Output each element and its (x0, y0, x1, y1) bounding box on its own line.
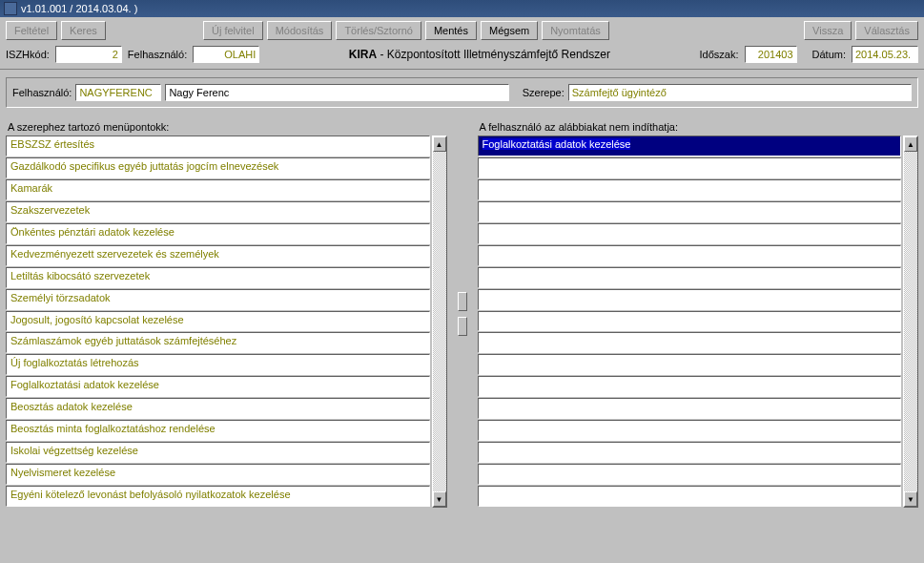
window-titlebar: v1.01.001 / 2014.03.04. ) (0, 0, 924, 17)
list-item[interactable]: Szakszervezetek (6, 201, 430, 222)
right-list-title: A felhasználó az alábbiakat nem indíthat… (480, 121, 919, 133)
felhasznalo-label: Felhasználó: (128, 49, 187, 60)
datum-input[interactable] (852, 46, 918, 63)
idoszak-label: Időszak: (700, 49, 739, 60)
scroll-track[interactable] (904, 152, 917, 491)
list-item[interactable] (478, 201, 902, 222)
lists-area: A szerephez tartozó menüpontokk: EBSZSZ … (0, 114, 924, 513)
list-item[interactable]: Jogosult, jogosító kapcsolat kezelése (6, 311, 430, 332)
user-felhasznalo-label: Felhasználó: (12, 87, 72, 98)
feltetel-button[interactable]: Feltétel (6, 21, 57, 40)
scroll-down-icon[interactable]: ▼ (433, 491, 446, 507)
list-item[interactable]: Egyéni kötelező levonást befolyásoló nyi… (6, 486, 430, 507)
list-item[interactable] (478, 289, 902, 310)
list-item[interactable]: Foglalkoztatási adatok kezelése (478, 136, 902, 156)
list-item[interactable]: Önkéntes pénztári adatok kezelése (6, 223, 430, 244)
list-item[interactable] (478, 332, 902, 353)
uj-felvitel-button[interactable]: Új felvitel (203, 21, 263, 40)
modositas-button[interactable]: Módosítás (267, 21, 333, 40)
toolbar: Feltétel Keres Új felvitel Módosítás Tör… (0, 17, 924, 70)
list-item[interactable] (478, 398, 902, 419)
iszh-input[interactable] (55, 46, 122, 63)
torles-button[interactable]: Törlés/Sztornó (336, 21, 421, 40)
move-left-button[interactable] (458, 317, 467, 336)
list-item[interactable]: Letiltás kibocsátó szervezetek (6, 267, 430, 288)
iszh-label: ISZHkód: (6, 49, 50, 60)
user-panel: Felhasználó: Szerepe: (6, 77, 918, 108)
scroll-track[interactable] (433, 152, 446, 491)
app-title: KIRA - Központosított Illetményszámfejtő… (265, 48, 693, 61)
scroll-down-icon[interactable]: ▼ (904, 491, 917, 507)
transfer-handles (457, 119, 468, 508)
list-item[interactable]: Foglalkoztatási adatok kezelése (6, 376, 430, 397)
idoszak-input[interactable] (745, 46, 797, 63)
list-item[interactable] (478, 442, 902, 463)
app-icon (4, 2, 17, 15)
felhasznalo-input[interactable] (193, 46, 259, 63)
keres-button[interactable]: Keres (61, 21, 106, 40)
list-item[interactable] (478, 311, 902, 332)
right-list-column: A felhasználó az alábbiakat nem indíthat… (478, 119, 919, 508)
list-item[interactable]: Kamarák (6, 179, 430, 200)
right-scrollbar[interactable]: ▲ ▼ (903, 136, 918, 508)
datum-label: Dátum: (812, 49, 846, 60)
list-item[interactable]: Beosztás adatok kezelése (6, 398, 430, 419)
list-item[interactable]: Kedvezményezett szervezetek és személyek (6, 245, 430, 266)
list-item[interactable] (478, 157, 902, 178)
list-item[interactable] (478, 245, 902, 266)
list-item[interactable] (478, 223, 902, 244)
right-list[interactable]: Foglalkoztatási adatok kezelése (478, 136, 902, 508)
list-item[interactable] (478, 464, 902, 485)
nyomtatas-button[interactable]: Nyomtatás (542, 21, 609, 40)
szerepe-label: Szerepe: (523, 87, 565, 98)
list-item[interactable] (478, 267, 902, 288)
list-item[interactable]: Személyi törzsadatok (6, 289, 430, 310)
list-item[interactable] (478, 420, 902, 441)
left-scrollbar[interactable]: ▲ ▼ (432, 136, 447, 508)
list-item[interactable]: Számlaszámok egyéb juttatások számfejtés… (6, 332, 430, 353)
vissza-button[interactable]: Vissza (804, 21, 852, 40)
left-list[interactable]: EBSZSZ értesítésGazdálkodó specifikus eg… (6, 136, 430, 508)
left-list-title: A szerephez tartozó menüpontokk: (8, 121, 447, 133)
list-item[interactable]: EBSZSZ értesítés (6, 136, 430, 156)
list-item[interactable]: Beosztás minta foglalkoztatáshoz rendelé… (6, 420, 430, 441)
list-item[interactable]: Gazdálkodó specifikus egyéb juttatás jog… (6, 157, 430, 178)
list-item[interactable]: Új foglalkoztatás létrehozás (6, 354, 430, 375)
mentes-button[interactable]: Mentés (425, 21, 477, 40)
valasztas-button[interactable]: Választás (855, 21, 918, 40)
scroll-up-icon[interactable]: ▲ (433, 136, 446, 152)
list-item[interactable] (478, 486, 902, 507)
left-list-column: A szerephez tartozó menüpontokk: EBSZSZ … (6, 119, 447, 508)
megsem-button[interactable]: Mégsem (481, 21, 538, 40)
user-code-input[interactable] (75, 84, 161, 101)
list-item[interactable]: Iskolai végzettség kezelése (6, 442, 430, 463)
list-item[interactable] (478, 376, 902, 397)
scroll-up-icon[interactable]: ▲ (904, 136, 917, 152)
list-item[interactable] (478, 354, 902, 375)
list-item[interactable] (478, 179, 902, 200)
user-name-input[interactable] (165, 84, 508, 101)
list-item[interactable]: Nyelvismeret kezelése (6, 464, 430, 485)
szerepe-input[interactable] (568, 84, 912, 101)
move-right-button[interactable] (458, 292, 467, 311)
window-title: v1.01.001 / 2014.03.04. ) (21, 3, 137, 14)
